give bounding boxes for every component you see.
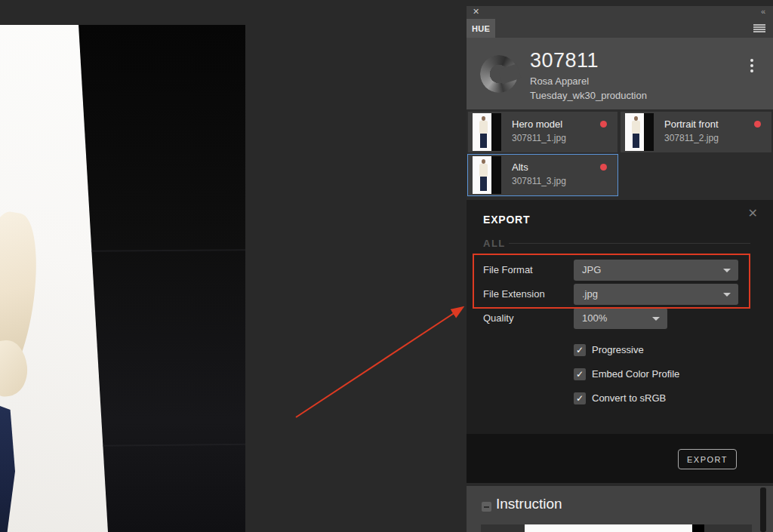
- file-format-label: File Format: [483, 260, 568, 281]
- shot-title: Alts: [512, 161, 528, 173]
- scrollbar-thumb[interactable]: [760, 487, 766, 532]
- shot-filename: 307811_3.jpg: [512, 176, 566, 186]
- tab-hue[interactable]: HUE: [467, 19, 495, 38]
- file-extension-label: File Extension: [483, 284, 568, 305]
- export-group-label: ALL: [483, 238, 506, 249]
- divider: [509, 243, 750, 244]
- shot-item-alts[interactable]: Alts 307811_3.jpg: [468, 155, 617, 195]
- menu-icon[interactable]: [753, 24, 765, 32]
- annotation-arrow: [296, 308, 462, 417]
- shot-filename: 307811_1.jpg: [512, 133, 566, 143]
- instruction-section: Instruction: [467, 486, 773, 532]
- job-project: Tuesday_wk30_production: [530, 90, 647, 101]
- quality-label: Quality: [483, 308, 568, 329]
- kebab-menu-icon[interactable]: [750, 59, 753, 75]
- job-info: 307811 Rosa Apparel Tuesday_wk30_product…: [530, 49, 647, 101]
- shot-thumbnail: [473, 113, 501, 151]
- job-header: 307811 Rosa Apparel Tuesday_wk30_product…: [467, 38, 773, 109]
- embed-color-profile-checkbox[interactable]: ✓: [574, 368, 586, 380]
- shot-thumbnail: [625, 113, 654, 151]
- file-format-value: JPG: [582, 260, 601, 281]
- instruction-title: Instruction: [496, 496, 562, 512]
- shot-title: Hero model: [512, 118, 562, 130]
- file-format-dropdown[interactable]: JPG: [574, 260, 738, 281]
- quality-dropdown[interactable]: 100%: [574, 308, 667, 329]
- photo-viewer: [0, 25, 245, 532]
- chevron-down-icon: [723, 269, 731, 272]
- panel-close-icon[interactable]: ✕: [473, 7, 479, 17]
- tab-strip: HUE: [467, 19, 773, 38]
- status-dot-icon: [754, 121, 761, 128]
- quality-value: 100%: [582, 308, 607, 329]
- status-dot-icon: [600, 121, 607, 128]
- collapse-minus-icon[interactable]: [482, 502, 491, 512]
- shot-list: Hero model 307811_1.jpg Portrait front 3…: [467, 109, 773, 200]
- shot-filename: 307811_2.jpg: [664, 133, 719, 143]
- instruction-preview-image: [481, 524, 752, 532]
- embed-color-profile-label: Embed Color Profile: [592, 368, 679, 380]
- file-extension-dropdown[interactable]: .jpg: [574, 284, 738, 305]
- panel-title-bar: ✕ «: [467, 6, 773, 19]
- status-dot-icon: [600, 164, 607, 171]
- hue-panel: ✕ « HUE 307811 Rosa Apparel Tuesday_wk30…: [467, 6, 773, 532]
- export-close-icon[interactable]: ✕: [748, 206, 758, 220]
- export-dialog: ✕ EXPORT ALL File Format JPG File Extens…: [467, 200, 773, 434]
- convert-to-srgb-checkbox[interactable]: ✓: [574, 392, 586, 404]
- chevron-down-icon: [723, 293, 731, 297]
- job-number: 307811: [530, 49, 647, 72]
- progressive-checkbox[interactable]: ✓: [574, 344, 586, 356]
- export-heading: EXPORT: [483, 214, 530, 226]
- shot-item-hero-model[interactable]: Hero model 307811_1.jpg: [468, 112, 617, 152]
- panel-collapse-icon[interactable]: «: [761, 7, 765, 16]
- export-footer: EXPORT: [467, 434, 773, 483]
- shot-title: Portrait front: [664, 118, 719, 130]
- job-client: Rosa Apparel: [530, 75, 647, 87]
- export-button[interactable]: EXPORT: [678, 449, 737, 469]
- file-extension-value: .jpg: [582, 284, 598, 305]
- shot-thumbnail: [473, 156, 501, 194]
- chevron-down-icon: [652, 317, 660, 321]
- progressive-label: Progressive: [592, 344, 644, 356]
- convert-to-srgb-label: Convert to sRGB: [592, 392, 666, 404]
- photo-seam: [68, 249, 245, 252]
- shot-item-portrait-front[interactable]: Portrait front 307811_2.jpg: [621, 112, 771, 152]
